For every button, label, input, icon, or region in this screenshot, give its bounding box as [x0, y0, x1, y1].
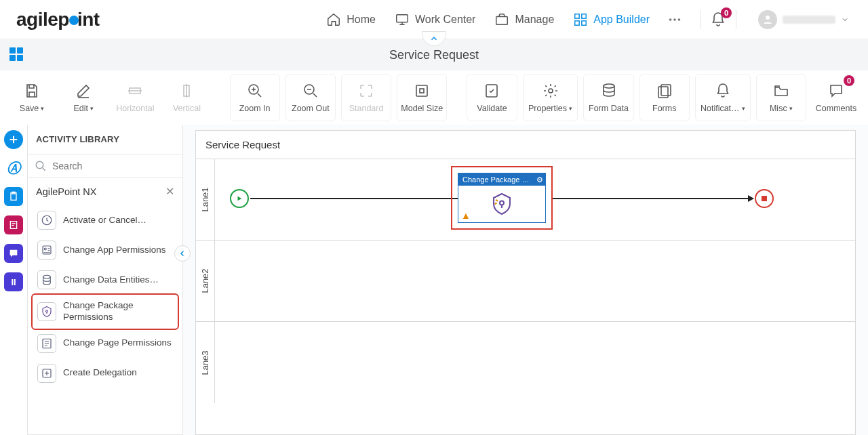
add-activity-button[interactable]	[4, 130, 23, 149]
clipboard-icon	[8, 191, 19, 202]
end-node[interactable]	[755, 189, 774, 208]
lane-2: Lane2	[196, 241, 855, 322]
edit-label: Edit	[73, 104, 88, 113]
edit-button[interactable]: Edit▾	[58, 74, 108, 121]
activity-item[interactable]: Change Page Permissions	[33, 329, 177, 358]
svg-point-6	[669, 18, 672, 21]
notifications-button[interactable]: 0	[710, 12, 726, 28]
briefcase-icon	[494, 12, 509, 27]
nav-manage[interactable]: Manage	[485, 7, 564, 33]
gear-icon[interactable]: ⚙	[536, 175, 543, 184]
nav-app-builder[interactable]: App Builder	[564, 7, 659, 33]
search-icon	[35, 160, 47, 172]
nav-separator	[700, 10, 701, 29]
standard-button[interactable]: Standard	[341, 74, 391, 121]
svg-rect-12	[9, 55, 16, 61]
vertical-button[interactable]: Vertical	[161, 74, 212, 121]
forms-button[interactable]: Forms	[639, 74, 690, 121]
nav-home-label: Home	[347, 14, 376, 26]
activity-item-label: Change Package Permissions	[63, 300, 173, 323]
svg-point-28	[36, 161, 43, 169]
collapse-library-button[interactable]	[174, 245, 191, 262]
align-horizontal-icon	[127, 83, 143, 99]
caret-down-icon: ▾	[789, 105, 793, 112]
library-category-label: AgilePoint NX	[36, 186, 96, 197]
activity-item-label: Change App Permissions	[63, 245, 166, 256]
svg-rect-2	[575, 14, 579, 18]
form-data-button[interactable]: Form Data	[583, 74, 633, 121]
zoom-in-icon	[247, 83, 263, 99]
activity-item[interactable]: Create Delegation	[33, 359, 177, 388]
gear-icon	[542, 83, 559, 99]
validate-button[interactable]: Validate	[467, 74, 517, 121]
lane1-body[interactable]: Change Package Permi... ⚙ ▲	[215, 159, 855, 240]
logo: agilepint	[16, 9, 100, 30]
horizontal-button[interactable]: Horizontal	[110, 74, 160, 121]
caret-down-icon: ▾	[41, 105, 44, 112]
nav-more-button[interactable]	[659, 7, 690, 33]
activity-item-label: Change Data Entities…	[63, 274, 159, 286]
close-icon[interactable]: ✕	[165, 185, 174, 198]
apps-grid-button[interactable]	[8, 46, 24, 62]
nav-work-center[interactable]: Work Center	[385, 7, 486, 33]
activity-item[interactable]: Activate or Cancel…	[33, 206, 177, 234]
database-icon	[601, 83, 617, 99]
svg-point-22	[604, 84, 614, 88]
zoom-in-button[interactable]: Zoom In	[230, 74, 280, 121]
nav-home[interactable]: Home	[317, 7, 385, 33]
activity-item-icon	[37, 241, 56, 260]
side-notes-button[interactable]	[4, 215, 23, 234]
stop-icon	[762, 196, 767, 201]
library-category[interactable]: AgilePoint NX ✕	[28, 178, 182, 205]
activity-node-title: Change Package Permi... ⚙	[458, 173, 545, 186]
plus-icon	[8, 134, 19, 145]
model-size-label: Model Size	[401, 104, 443, 113]
save-button[interactable]: Save▾	[7, 74, 57, 121]
vertical-label: Vertical	[173, 104, 201, 113]
comments-button[interactable]: 0 Comments	[811, 74, 861, 121]
activity-item-label: Change Page Permissions	[63, 337, 172, 349]
activity-item-label: Create Delegation	[63, 367, 137, 379]
flow-line-2	[553, 198, 749, 199]
lane3-body[interactable]	[215, 322, 855, 403]
svg-point-32	[43, 275, 51, 278]
main-area: Ⓐ II ACTIVITY LIBRARY AgilePoint NX ✕ Ac…	[0, 125, 868, 435]
start-node[interactable]	[230, 189, 249, 208]
misc-button[interactable]: Misc▾	[756, 74, 806, 121]
zoom-out-button[interactable]: Zoom Out	[285, 74, 336, 121]
activity-node-body: ▲	[458, 186, 545, 222]
svg-rect-19	[420, 89, 424, 93]
lane-1: Lane1 Change Package Permi... ⚙	[196, 159, 855, 241]
properties-button[interactable]: Properties▾	[523, 74, 578, 121]
zoom-out-label: Zoom Out	[292, 104, 330, 113]
side-strip: Ⓐ II	[0, 125, 27, 435]
activity-item[interactable]: Change Package Permissions	[33, 295, 177, 328]
notifications-tool-button[interactable]: Notificat…▾	[695, 74, 751, 121]
side-layout-button[interactable]: II	[4, 272, 23, 291]
activity-node[interactable]: Change Package Permi... ⚙ ▲	[458, 173, 546, 223]
process-canvas[interactable]: Service Request Lane1 Change Package Per…	[195, 130, 856, 435]
user-menu[interactable]	[758, 10, 849, 29]
svg-rect-11	[17, 47, 23, 54]
svg-point-7	[673, 18, 676, 21]
side-clipboard-button[interactable]	[4, 187, 23, 206]
svg-rect-13	[17, 55, 23, 61]
save-label: Save	[20, 104, 39, 113]
comments-badge: 0	[844, 75, 854, 86]
activity-item[interactable]: Change Data Entities…	[33, 266, 177, 294]
comment-icon	[828, 83, 844, 99]
library-search[interactable]	[28, 154, 182, 178]
caret-down-icon: ▾	[569, 105, 572, 112]
search-input[interactable]	[52, 161, 176, 171]
collapse-top-button[interactable]	[422, 31, 446, 46]
notifications-badge: 0	[721, 7, 732, 18]
side-chat-button[interactable]	[4, 244, 23, 263]
page-title: Service Request	[389, 48, 479, 62]
svg-point-36	[500, 201, 504, 205]
svg-rect-3	[582, 14, 586, 18]
lane2-body[interactable]	[215, 241, 855, 321]
zoom-in-label: Zoom In	[239, 104, 271, 113]
model-size-button[interactable]: Model Size	[397, 74, 447, 121]
side-agilepoint-button[interactable]: Ⓐ	[4, 159, 23, 178]
activity-item[interactable]: Change App Permissions	[33, 236, 177, 264]
